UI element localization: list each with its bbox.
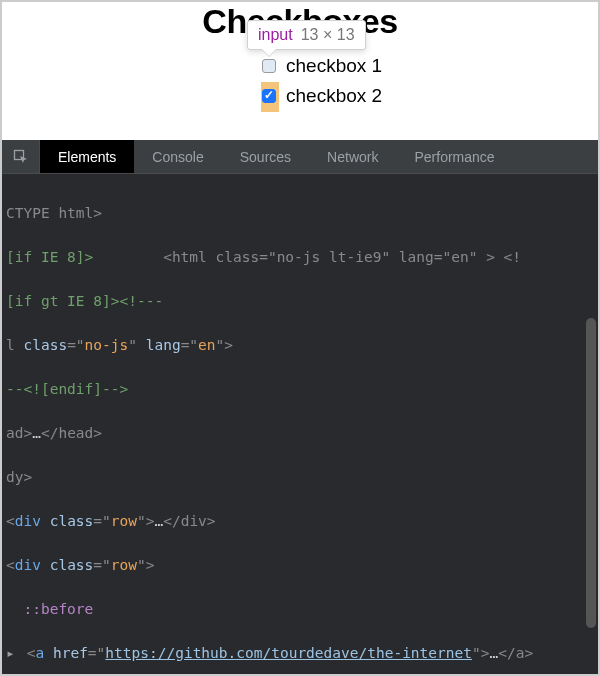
dom-html-open[interactable]: l class="no-js" lang="en">	[6, 334, 598, 356]
inspector-tooltip: input13 × 13	[247, 20, 366, 50]
tab-console[interactable]: Console	[134, 140, 221, 173]
dom-a-github[interactable]: <a href="https://github.com/tourdedave/t…	[6, 642, 598, 664]
dom-body-open[interactable]: dy>	[6, 466, 598, 488]
checkbox-1-label: checkbox 1	[286, 55, 382, 77]
tab-network[interactable]: Network	[309, 140, 396, 173]
checkbox-2-label: checkbox 2	[286, 85, 382, 107]
tab-sources[interactable]: Sources	[222, 140, 309, 173]
checkbox-2-row: checkbox 2	[262, 85, 598, 107]
checkbox-2[interactable]	[262, 89, 276, 103]
tooltip-tag: input	[258, 26, 293, 43]
rendered-page: Checkboxes input13 × 13 checkbox 1 check…	[0, 0, 600, 140]
dom-row2[interactable]: <div class="row">	[6, 554, 598, 576]
dom-head[interactable]: ad>…</head>	[6, 422, 598, 444]
dom-ie8-comment[interactable]: [if IE 8]> <html class="no-js lt-ie9" la…	[6, 246, 598, 268]
checkbox-1-row: checkbox 1	[262, 55, 598, 77]
dom-doctype[interactable]: CTYPE html>	[6, 202, 598, 224]
dom-row1[interactable]: <div class="row">…</div>	[6, 510, 598, 532]
inspect-icon[interactable]	[2, 140, 40, 173]
checkbox-1[interactable]	[262, 59, 276, 73]
dom-gtie8-comment[interactable]: [if gt IE 8]><!---	[6, 290, 598, 312]
disclosure-right-icon[interactable]	[6, 642, 18, 664]
scrollbar[interactable]	[586, 318, 596, 628]
tab-performance[interactable]: Performance	[396, 140, 512, 173]
dom-endif[interactable]: --<![endif]-->	[6, 378, 598, 400]
tooltip-dimensions: 13 × 13	[301, 26, 355, 43]
tab-elements[interactable]: Elements	[40, 140, 134, 173]
devtools-tabbar: Elements Console Sources Network Perform…	[2, 140, 598, 174]
dom-tree[interactable]: CTYPE html> [if IE 8]> <html class="no-j…	[2, 174, 598, 676]
checkbox-list: checkbox 1 checkbox 2	[262, 55, 598, 107]
dom-before-pseudo[interactable]: ::before	[6, 598, 598, 620]
devtools-panel: Elements Console Sources Network Perform…	[0, 140, 600, 676]
